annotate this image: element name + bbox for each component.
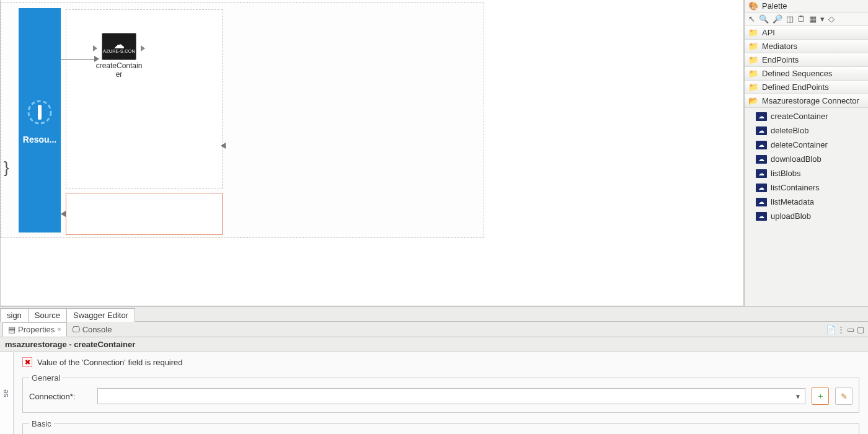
grid-icon[interactable]: ▦	[809, 14, 817, 24]
select-tool-icon[interactable]: ↖	[748, 14, 755, 24]
connector-icon	[756, 212, 767, 221]
mediator-label: createContainer	[94, 61, 144, 79]
group-basic-legend: Basic	[29, 419, 54, 428]
marquee-icon[interactable]: ◫	[786, 14, 794, 24]
connector-icon	[756, 112, 767, 121]
console-icon: 🖵	[72, 325, 80, 334]
connection-combo[interactable]: ▼	[97, 388, 805, 404]
maximize-icon[interactable]: ▢	[856, 325, 866, 334]
close-icon[interactable]: ×	[57, 326, 61, 333]
folder-icon: 📁	[748, 28, 758, 37]
palette-folder-defined-sequences[interactable]: 📁Defined Sequences	[745, 67, 868, 81]
edit-connection-button[interactable]: ✎	[835, 388, 852, 405]
fault-sequence-box[interactable]	[66, 193, 223, 235]
tab-console[interactable]: 🖵 Console	[67, 323, 117, 336]
editor-tabstrip: sign Source Swagger Editor	[0, 306, 868, 321]
folder-icon: 📁	[748, 55, 758, 64]
validation-error: ✖ Value of the 'Connection' field is req…	[22, 357, 859, 367]
palette-item-createcontainer[interactable]: createContainer	[753, 109, 868, 123]
connector-icon	[756, 155, 767, 164]
view-menu-icon[interactable]: ⋮	[836, 325, 846, 334]
fault-arrow-icon	[61, 211, 66, 217]
properties-view: se ✖ Value of the 'Connection' field is …	[0, 352, 868, 434]
resource-label: Resou...	[23, 135, 56, 144]
connector-icon	[756, 141, 767, 149]
input-port[interactable]	[93, 45, 97, 51]
tab-swagger[interactable]: Swagger Editor	[67, 308, 135, 322]
minimize-icon[interactable]: ▭	[846, 325, 856, 334]
palette-item-listblobs[interactable]: listBlobs	[753, 166, 868, 180]
chevron-down-icon: ▼	[795, 393, 801, 400]
zoom-out-icon[interactable]: 🔎	[773, 14, 782, 24]
resource-outline: } Resou... ☁ AZURE-S.CON	[1, 2, 484, 238]
resource-block[interactable]: Resou...	[19, 8, 61, 232]
folder-icon: 📁	[748, 82, 758, 92]
palette-folder-defined-endpoints[interactable]: 📁Defined EndPoints	[745, 81, 868, 94]
palette-folder-msazurestorage[interactable]: 📂Msazurestorage Connector	[745, 94, 868, 108]
folder-icon: 📁	[748, 42, 758, 51]
connector-icon	[756, 169, 767, 178]
folder-open-icon: 📂	[748, 96, 758, 105]
palette-folder-mediators[interactable]: 📁Mediators	[745, 40, 868, 53]
in-sequence-box[interactable]	[66, 9, 223, 189]
zoom-in-icon[interactable]: 🔍	[759, 14, 769, 24]
tab-properties[interactable]: ▤ Properties ×	[2, 322, 67, 337]
connector-icon	[756, 126, 767, 135]
palette-item-listmetadata[interactable]: listMetadata	[753, 195, 868, 209]
gear-icon	[24, 96, 56, 128]
output-port[interactable]	[141, 45, 145, 51]
chevron-down-icon[interactable]: ▾	[820, 14, 825, 24]
palette-title: 🎨 Palette	[745, 0, 868, 12]
palette-folder-api[interactable]: 📁API	[745, 26, 868, 40]
palette-item-uploadblob[interactable]: uploadBlob	[753, 209, 868, 223]
brace-icon: }	[4, 158, 9, 177]
tab-design[interactable]: sign	[0, 308, 29, 322]
group-general: General Connection*: ▼ ＋ ✎	[22, 373, 859, 413]
svg-rect-1	[38, 105, 42, 120]
folder-icon: 📁	[748, 69, 758, 78]
group-basic: Basic Container name*: Ex	[22, 419, 859, 434]
add-connection-button[interactable]: ＋	[812, 388, 829, 405]
palette-icon: 🎨	[748, 1, 758, 11]
palette-items: createContainer deleteBlob deleteContain…	[745, 108, 868, 224]
properties-side-tab[interactable]: se	[0, 352, 14, 434]
mediator-createcontainer[interactable]: ☁ AZURE-S.CON createContainer	[94, 33, 144, 79]
connector-icon	[756, 184, 767, 192]
new-view-icon[interactable]: 📄	[826, 325, 836, 334]
connection-label: Connection*:	[29, 392, 91, 401]
flow-connector	[61, 59, 94, 60]
error-icon: ✖	[22, 357, 32, 367]
palette-toolbar: ↖ 🔍 🔎 ◫ 🗒 ▦ ▾ ◇	[745, 12, 868, 26]
palette-item-downloadblob[interactable]: downloadBlob	[753, 152, 868, 166]
palette-item-listcontainers[interactable]: listContainers	[753, 180, 868, 195]
palette-item-deleteblob[interactable]: deleteBlob	[753, 123, 868, 138]
properties-title: msazurestorage - createContainer	[0, 337, 868, 352]
views-tabstrip: ▤ Properties × 🖵 Console 📄 ⋮ ▭ ▢	[0, 321, 868, 337]
connector-icon	[756, 198, 767, 206]
group-general-legend: General	[29, 373, 63, 383]
properties-icon: ▤	[8, 325, 16, 334]
tab-source[interactable]: Source	[29, 308, 67, 322]
palette-panel: 🎨 Palette ↖ 🔍 🔎 ◫ 🗒 ▦ ▾ ◇ 📁API 📁Mediator…	[744, 0, 868, 306]
note-icon[interactable]: 🗒	[797, 14, 805, 24]
palette-folder-endpoints[interactable]: 📁EndPoints	[745, 53, 868, 67]
diamond-icon[interactable]: ◇	[828, 14, 835, 24]
design-canvas[interactable]: } Resou... ☁ AZURE-S.CON	[0, 0, 744, 306]
palette-item-deletecontainer[interactable]: deleteContainer	[753, 138, 868, 152]
azure-connector-icon: ☁ AZURE-S.CON	[102, 33, 136, 60]
